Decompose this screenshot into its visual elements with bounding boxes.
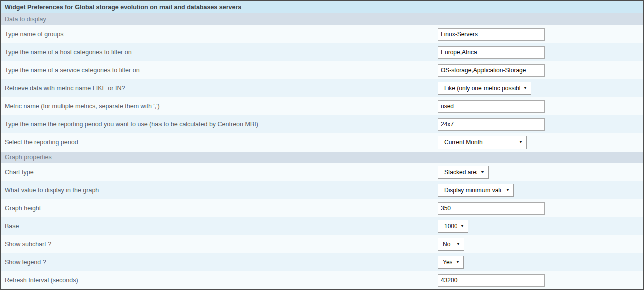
field-label: Type the name of a service categories to… — [1, 67, 438, 74]
field-label: Type the name the reporting period you w… — [1, 121, 438, 128]
select-wrapper: 1000 ▼ — [438, 220, 468, 233]
form-row: Type the name of a service categories to… — [1, 61, 643, 79]
form-row: What value to display in the graph Displ… — [1, 181, 643, 199]
metric-match-select[interactable]: Like (only one metric possible) — [438, 82, 531, 95]
field-label: Metric name (for multiple metrics, separ… — [1, 103, 438, 110]
section-header-graph-properties: Graph properties — [1, 152, 643, 163]
select-wrapper: Current Month ▼ — [438, 136, 527, 149]
host-categories-input[interactable] — [438, 46, 545, 59]
form-row: Show subchart ? No ▼ — [1, 235, 643, 253]
chart-type-select[interactable]: Stacked area — [438, 166, 489, 179]
form-row: Retrieve data with metric name LIKE or I… — [1, 79, 643, 97]
form-row: Select the reporting period Current Mont… — [1, 133, 643, 152]
widget-preferences-panel: Widget Preferences for Global storage ev… — [0, 0, 644, 290]
service-categories-input[interactable] — [438, 64, 545, 77]
panel-title: Widget Preferences for Global storage ev… — [1, 1, 643, 13]
form-row: Refresh Interval (seconds) — [1, 271, 643, 289]
reporting-period-name-input[interactable] — [438, 118, 545, 131]
form-row: Show legend ? Yes ▼ — [1, 253, 643, 271]
field-label: What value to display in the graph — [1, 187, 438, 194]
refresh-interval-input[interactable] — [438, 274, 545, 287]
form-row: Chart type Stacked area ▼ — [1, 163, 643, 181]
form-row: Type the name of a host categories to fi… — [1, 43, 643, 61]
form-row: Type the name the reporting period you w… — [1, 115, 643, 133]
graph-value-select[interactable]: Display minimum value — [438, 184, 514, 197]
select-wrapper: No ▼ — [438, 238, 464, 251]
base-select[interactable]: 1000 — [438, 220, 468, 233]
form-row: Base 1000 ▼ — [1, 217, 643, 235]
groups-input[interactable] — [438, 28, 545, 41]
show-subchart-select[interactable]: No — [438, 238, 464, 251]
form-row: Graph height — [1, 199, 643, 217]
field-label: Show subchart ? — [1, 241, 438, 248]
field-label: Graph height — [1, 205, 438, 212]
field-label: Select the reporting period — [1, 139, 438, 146]
graph-height-input[interactable] — [438, 202, 545, 215]
section-header-data-to-display: Data to display — [1, 13, 643, 25]
field-label: Show legend ? — [1, 259, 438, 266]
reporting-period-select[interactable]: Current Month — [438, 136, 527, 149]
metric-name-input[interactable] — [438, 100, 545, 113]
form-row: Type name of groups — [1, 25, 643, 43]
field-label: Type the name of a host categories to fi… — [1, 49, 438, 56]
field-label: Type name of groups — [1, 31, 438, 38]
select-wrapper: Yes ▼ — [438, 256, 464, 269]
select-wrapper: Display minimum value ▼ — [438, 184, 514, 197]
show-legend-select[interactable]: Yes — [438, 256, 464, 269]
field-label: Retrieve data with metric name LIKE or I… — [1, 85, 438, 92]
field-label: Chart type — [1, 169, 438, 176]
form-row: Metric name (for multiple metrics, separ… — [1, 97, 643, 115]
field-label: Base — [1, 223, 438, 230]
select-wrapper: Stacked area ▼ — [438, 166, 489, 179]
field-label: Refresh Interval (seconds) — [1, 277, 438, 284]
select-wrapper: Like (only one metric possible) ▼ — [438, 82, 531, 95]
